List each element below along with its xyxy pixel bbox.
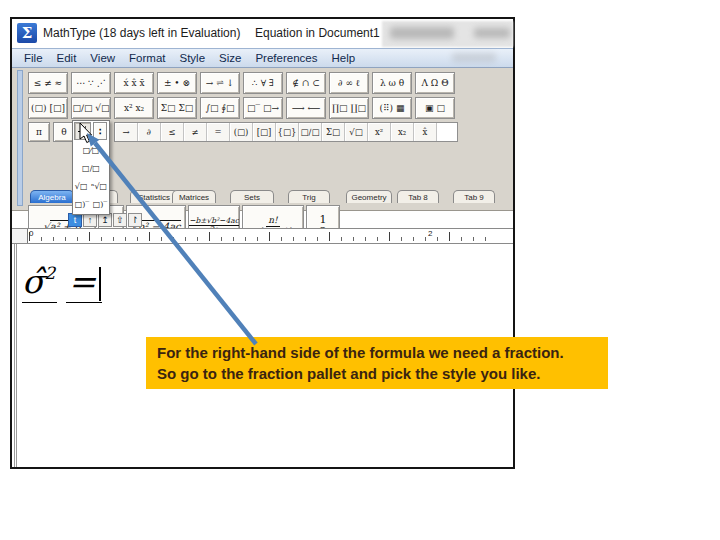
smallbar-equals[interactable]: = xyxy=(207,123,230,141)
style-subsymbol-button[interactable]: ↾ xyxy=(128,213,142,227)
callout-line-2: So go to the fraction pallet and pick th… xyxy=(157,363,597,384)
smallbar-fraction[interactable]: □∕□ xyxy=(299,123,322,141)
tab-9[interactable]: Tab 9 xyxy=(453,190,495,203)
menu-bar: File Edit View Format Style Size Prefere… xyxy=(12,48,513,68)
smallbar-superscript[interactable]: x² xyxy=(368,123,391,141)
tab-geometry[interactable]: Geometry xyxy=(346,190,392,203)
tab-sets[interactable]: Sets xyxy=(230,190,274,203)
palette-fences[interactable]: (□) [□] xyxy=(28,97,68,119)
sigma-hat-squared: σ̂2 xyxy=(22,262,57,303)
instruction-callout: For the right-hand side of the formula w… xyxy=(146,337,608,389)
menu-file[interactable]: File xyxy=(24,52,43,64)
blurred-item xyxy=(390,27,454,39)
slash-fraction-option[interactable]: □⁄□ xyxy=(83,146,99,155)
smallbar-partial[interactable]: ∂ xyxy=(138,123,161,141)
palette-matrices[interactable]: (⠿) ▦ xyxy=(372,97,412,119)
title-bar[interactable]: Σ MathType (18 days left in Evaluation) … xyxy=(12,19,513,48)
palette-operators[interactable]: ± • ⊗ xyxy=(157,72,197,94)
style-subsub-button[interactable]: ↥ xyxy=(98,213,112,227)
ruler[interactable]: 0 2 xyxy=(12,228,513,244)
fraction-template-button[interactable] xyxy=(74,122,91,140)
equals-with-cursor: = xyxy=(66,262,101,303)
smallbar-sum[interactable]: Σ□ xyxy=(322,123,345,141)
smallbar-sqrt[interactable]: √□ xyxy=(345,123,368,141)
size-style-row: t ↑ ↥ ⇧ ↾ xyxy=(68,213,142,228)
sqrt-option[interactable]: √□ xyxy=(75,182,88,191)
tab-8[interactable]: Tab 8 xyxy=(397,190,439,203)
palette-labeled-arrows[interactable]: ⟶ ⟵ xyxy=(286,97,326,119)
menu-style[interactable]: Style xyxy=(180,52,206,64)
menu-view[interactable]: View xyxy=(90,52,115,64)
palette-integrals[interactable]: ∫□ ∮□ xyxy=(200,97,240,119)
callout-line-1: For the right-hand side of the formula w… xyxy=(157,342,597,363)
left-edge-lines xyxy=(14,244,17,467)
nth-root-option[interactable]: ⁿ√□ xyxy=(91,182,107,191)
toolbar-drag-handle[interactable] xyxy=(17,70,23,206)
small-bar: → ∂ ≤ ≠ = (□) [□] {□} □∕□ Σ□ √□ x² x₂ x̂ xyxy=(114,122,458,142)
blurred-item xyxy=(474,28,510,38)
tab-trig[interactable]: Trig xyxy=(288,190,330,203)
equation: σ̂2 = xyxy=(22,262,102,303)
palette-embellishments[interactable]: x́ x̂ x̄ xyxy=(114,72,154,94)
palette-greek-lower[interactable]: λ ω θ xyxy=(372,72,412,94)
smallbar-neq[interactable]: ≠ xyxy=(184,123,207,141)
small-fraction-option[interactable]: □∕□ xyxy=(82,164,100,173)
palette-relational-symbols[interactable]: ≤ ≠ ≈ xyxy=(28,72,68,94)
ruler-margin-box xyxy=(12,229,28,243)
long-division-option[interactable]: □)‾ xyxy=(75,200,90,209)
blurred-item xyxy=(452,53,496,62)
menu-format[interactable]: Format xyxy=(129,52,165,64)
palette-sums[interactable]: Σ□ Σ□ xyxy=(157,97,197,119)
smallbar-brackets[interactable]: [□] xyxy=(253,123,276,141)
fraction-palette-dropdown: ∶ □⁄□ □∕□ √□ ⁿ√□ □)‾ □)‾ xyxy=(72,120,110,215)
smallbar-leq[interactable]: ≤ xyxy=(161,123,184,141)
smallbar-hat[interactable]: x̂ xyxy=(414,123,437,141)
style-subscript-button[interactable]: ↑ xyxy=(83,213,97,227)
pi-button[interactable]: π xyxy=(28,122,50,142)
palette-set-theory[interactable]: ∉ ∩ ⊂ xyxy=(286,72,326,94)
palette-misc-symbols[interactable]: ∂ ∞ ℓ xyxy=(329,72,369,94)
menu-size[interactable]: Size xyxy=(219,52,241,64)
smallbar-subscript[interactable]: x₂ xyxy=(391,123,414,141)
ratio-template-button[interactable]: ∶ xyxy=(93,122,107,140)
menu-preferences[interactable]: Preferences xyxy=(255,52,317,64)
style-symbol-button[interactable]: ⇧ xyxy=(113,213,127,227)
tab-matrices[interactable]: Matrices xyxy=(172,190,216,203)
menu-help[interactable]: Help xyxy=(331,52,355,64)
ruler-label-0: 0 xyxy=(29,229,33,238)
smallbar-parens[interactable]: (□) xyxy=(230,123,253,141)
palette-boxes[interactable]: ▣ □ xyxy=(415,97,455,119)
window-title: MathType (18 days left in Evaluation) xyxy=(43,26,240,40)
tab-algebra[interactable]: Algebra xyxy=(30,190,74,203)
smallbar-braces[interactable]: {□} xyxy=(276,123,299,141)
smallbar-arrow[interactable]: → xyxy=(115,123,138,141)
ruler-major-ticks xyxy=(29,232,489,241)
style-full-button[interactable]: t xyxy=(68,213,82,227)
palette-bars[interactable]: □‾ □→ xyxy=(243,97,283,119)
palette-arrows[interactable]: → ⇌ ↓ xyxy=(200,72,240,94)
palette-fractions-radicals[interactable]: □∕□ √□ xyxy=(71,97,111,119)
palette-spaces-ellipses[interactable]: ⋯ ∵ ⋰ xyxy=(71,72,111,94)
insertion-cursor xyxy=(99,267,101,301)
palette-scripts[interactable]: x² x₂ xyxy=(114,97,154,119)
long-division-option-2[interactable]: □)‾ xyxy=(93,200,108,209)
palette-logic[interactable]: ∴ ∀ ∃ xyxy=(243,72,283,94)
palette-greek-upper[interactable]: Λ Ω Θ xyxy=(415,72,455,94)
mathtype-window: Σ MathType (18 days left in Evaluation) … xyxy=(10,17,515,469)
palette-products[interactable]: ∏□ ∐□ xyxy=(329,97,369,119)
mathtype-logo-icon: Σ xyxy=(17,23,37,43)
tab-statistics[interactable]: Statistics xyxy=(130,190,178,203)
document-title: Equation in Document1 xyxy=(255,26,380,40)
ruler-label-2: 2 xyxy=(428,229,432,238)
menu-edit[interactable]: Edit xyxy=(57,52,77,64)
